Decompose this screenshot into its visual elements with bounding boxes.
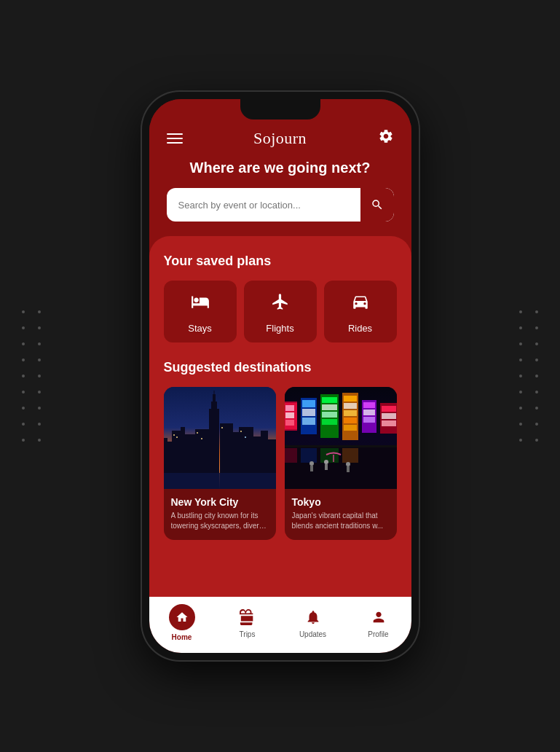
svg-rect-45 <box>344 410 357 416</box>
svg-rect-43 <box>344 396 357 402</box>
svg-rect-65 <box>325 464 328 470</box>
plan-card-stays[interactable]: Stays <box>164 281 237 342</box>
svg-rect-31 <box>285 412 294 418</box>
home-label: Home <box>172 633 192 641</box>
plan-card-rides[interactable]: Rides <box>324 281 397 342</box>
svg-rect-61 <box>342 448 358 463</box>
svg-rect-35 <box>302 409 315 416</box>
destination-card-nyc[interactable]: New York City A bustling city known for … <box>164 387 276 540</box>
svg-rect-20 <box>176 436 178 438</box>
header-section: Sojourn Where are we going next? <box>149 99 411 236</box>
tokyo-info: Tokyo Japan's vibrant capital that blend… <box>285 489 397 540</box>
tokyo-name: Tokyo <box>292 496 390 508</box>
trips-label: Trips <box>240 630 256 638</box>
settings-icon[interactable] <box>378 128 394 148</box>
saved-plans-grid: Stays Flights Ride <box>164 281 397 342</box>
svg-rect-36 <box>302 418 315 425</box>
svg-rect-44 <box>344 403 357 409</box>
svg-rect-57 <box>285 445 397 447</box>
svg-point-66 <box>346 462 350 466</box>
phone-notch <box>240 99 320 120</box>
nyc-name: New York City <box>171 496 269 508</box>
header-row: Sojourn <box>167 128 394 148</box>
destinations-title: Suggested destinations <box>164 360 397 375</box>
nyc-description: A bustling city known for its towering s… <box>171 511 269 531</box>
app-title: Sojourn <box>253 129 307 148</box>
svg-rect-63 <box>310 466 313 471</box>
svg-rect-25 <box>245 436 246 438</box>
destinations-grid: New York City A bustling city known for … <box>164 387 397 540</box>
saved-plans-title: Your saved plans <box>164 254 397 269</box>
svg-rect-47 <box>344 425 357 431</box>
flights-icon <box>271 292 290 316</box>
svg-rect-32 <box>285 420 294 426</box>
menu-button[interactable] <box>167 133 183 144</box>
phone-frame: Sojourn Where are we going next? <box>142 92 419 660</box>
bottom-nav: Home Trips Updates <box>149 597 411 653</box>
svg-rect-22 <box>201 438 202 439</box>
svg-rect-38 <box>322 397 337 403</box>
trips-icon <box>237 607 258 627</box>
svg-rect-67 <box>347 466 350 472</box>
svg-rect-19 <box>173 434 175 436</box>
search-icon <box>371 198 384 211</box>
svg-rect-59 <box>301 448 317 463</box>
svg-rect-55 <box>382 420 396 426</box>
search-bar <box>167 188 394 222</box>
phone-screen: Sojourn Where are we going next? <box>149 99 411 653</box>
svg-rect-53 <box>382 406 396 412</box>
svg-point-62 <box>309 461 314 466</box>
svg-rect-41 <box>322 419 337 425</box>
profile-icon <box>368 607 389 627</box>
svg-rect-54 <box>382 413 396 419</box>
updates-icon <box>303 607 323 627</box>
nyc-image <box>164 387 276 489</box>
main-content: Your saved plans Stays <box>149 236 411 597</box>
svg-rect-9 <box>213 391 214 395</box>
stays-label: Stays <box>188 323 212 334</box>
svg-point-64 <box>324 460 328 464</box>
profile-label: Profile <box>368 630 388 638</box>
svg-rect-51 <box>363 417 375 423</box>
nav-profile[interactable]: Profile <box>346 607 411 638</box>
page-headline: Where are we going next? <box>167 160 394 176</box>
svg-rect-26 <box>164 473 276 489</box>
svg-rect-39 <box>322 404 337 410</box>
rides-icon <box>351 292 370 316</box>
svg-rect-23 <box>221 427 223 428</box>
destination-card-tokyo[interactable]: Tokyo Japan's vibrant capital that blend… <box>285 387 397 540</box>
svg-rect-58 <box>285 448 297 463</box>
home-icon <box>169 604 195 630</box>
search-input[interactable] <box>167 200 360 211</box>
flights-label: Flights <box>266 323 293 334</box>
tokyo-description: Japan's vibrant capital that blends anci… <box>292 511 390 531</box>
svg-rect-40 <box>322 412 337 418</box>
svg-rect-34 <box>302 400 315 407</box>
svg-rect-46 <box>344 418 357 423</box>
nav-updates[interactable]: Updates <box>280 607 346 638</box>
nav-home[interactable]: Home <box>149 604 215 641</box>
stays-icon <box>191 292 210 316</box>
plan-card-flights[interactable]: Flights <box>244 281 317 342</box>
tokyo-image <box>285 387 397 489</box>
svg-rect-21 <box>197 432 198 434</box>
svg-rect-49 <box>363 402 375 408</box>
rides-label: Rides <box>348 323 372 334</box>
updates-label: Updates <box>299 630 326 638</box>
svg-rect-50 <box>363 410 375 415</box>
svg-rect-8 <box>213 394 216 403</box>
svg-rect-60 <box>320 448 339 463</box>
svg-rect-7 <box>211 402 217 412</box>
nyc-info: New York City A bustling city known for … <box>164 489 276 540</box>
svg-rect-24 <box>240 431 242 432</box>
search-button[interactable] <box>360 188 394 222</box>
svg-rect-30 <box>285 405 294 411</box>
nav-trips[interactable]: Trips <box>215 607 280 638</box>
